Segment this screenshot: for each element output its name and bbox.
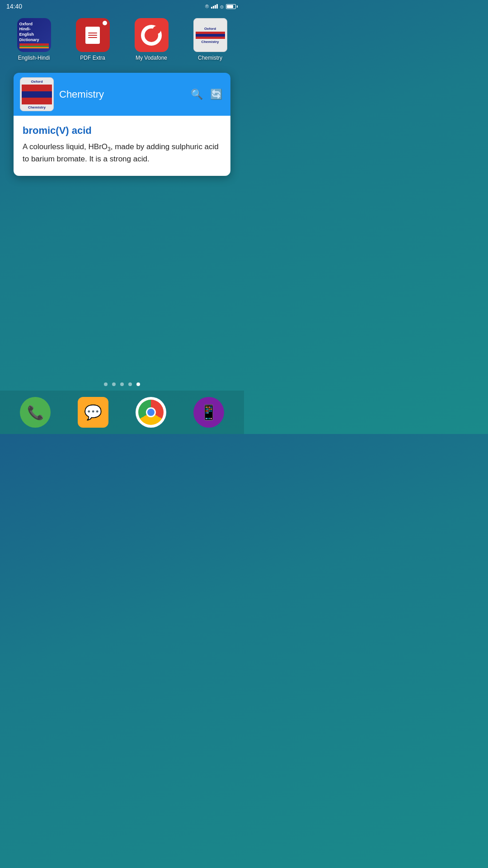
app-icon-pdf-extra[interactable]: [76, 18, 110, 52]
dock: 📞 💬 📱: [0, 391, 244, 434]
dock-viber[interactable]: 📱: [193, 397, 224, 428]
chem-stripe-r2: [196, 37, 225, 39]
page-dots: [0, 382, 244, 386]
page-dot-2: [112, 382, 116, 386]
pdf-doc: [85, 27, 100, 44]
chrome-center: [146, 407, 156, 417]
battery-tip: [237, 5, 238, 8]
pdf-line1: [88, 33, 97, 33]
app-label-pdf-extra: PDF Extra: [80, 55, 105, 61]
signal-bars: [211, 4, 218, 9]
chemistry-label: Chemistry: [201, 40, 219, 44]
pdf-line2: [88, 35, 97, 36]
chat-icon: 💬: [84, 404, 102, 421]
viber-icon: 📱: [200, 404, 218, 421]
page-dot-1: [104, 382, 108, 386]
widget-logo-oxford: Oxford: [31, 80, 42, 84]
battery-body: [226, 4, 236, 9]
entry-title[interactable]: bromic(V) acid: [23, 125, 221, 137]
app-icon-chemistry[interactable]: Oxford Chemistry: [193, 18, 227, 52]
widget-logo-stripe-r1: [22, 85, 52, 91]
chemistry-oxford: Oxford: [204, 27, 216, 31]
dock-chrome[interactable]: [136, 397, 166, 428]
widget-logo-stripes: [22, 85, 52, 104]
widget-logo-chemistry: Chemistry: [28, 105, 46, 109]
chemistry-stripes: [196, 32, 225, 39]
widget-logo: Oxford Chemistry: [20, 77, 54, 111]
status-bar: 14:40 ® ⌾: [0, 0, 244, 13]
dock-chat[interactable]: 💬: [78, 397, 108, 428]
widget-logo-stripe-r2: [22, 98, 52, 104]
search-button[interactable]: 🔍: [189, 87, 205, 102]
app-label-english-hindi: English-Hindi: [18, 55, 50, 61]
widget-header: Oxford Chemistry Chemistry 🔍 🔄: [14, 73, 230, 116]
app-item-chemistry[interactable]: Oxford Chemistry Chemistry: [185, 18, 235, 61]
registered-icon: ®: [205, 4, 209, 9]
entry-desc-part1: A colourless liquid, HBrO: [23, 142, 108, 151]
wifi-icon: ⌾: [220, 3, 224, 10]
signal-bar-1: [211, 7, 212, 9]
pdf-dot: [103, 21, 107, 25]
widget-logo-stripe-navy: [22, 91, 52, 98]
entry-subscript: 3: [108, 146, 111, 152]
chrome-icon: [138, 400, 164, 425]
page-dot-5-active: [136, 382, 140, 386]
page-dot-3: [120, 382, 124, 386]
dock-phone[interactable]: 📞: [20, 397, 51, 428]
page-dot-4: [128, 382, 132, 386]
app-icon-my-vodafone[interactable]: [135, 18, 169, 52]
signal-bar-2: [213, 6, 214, 9]
app-grid: OxfordHindi-EnglishDictionary English-Hi…: [0, 13, 244, 66]
hindi-stripe-orange: [19, 47, 49, 48]
battery: [226, 4, 238, 9]
app-label-chemistry: Chemistry: [198, 55, 222, 61]
vodafone-notch: [153, 26, 161, 34]
app-item-my-vodafone[interactable]: My Vodafone: [127, 18, 176, 61]
vodafone-circle: [141, 25, 162, 46]
status-time: 14:40: [6, 3, 22, 10]
refresh-button[interactable]: 🔄: [208, 87, 224, 102]
app-label-my-vodafone: My Vodafone: [136, 55, 167, 61]
widget-body: bromic(V) acid A colourless liquid, HBrO…: [14, 116, 230, 176]
entry-text: A colourless liquid, HBrO3, made by addi…: [23, 141, 221, 165]
widget-actions: 🔍 🔄: [189, 87, 224, 102]
phone-icon: 📞: [27, 405, 44, 420]
status-icons: ® ⌾: [205, 3, 238, 10]
app-item-english-hindi[interactable]: OxfordHindi-EnglishDictionary English-Hi…: [9, 18, 59, 61]
pdf-line3: [88, 37, 97, 38]
signal-bar-4: [216, 4, 218, 9]
app-item-pdf-extra[interactable]: PDF Extra: [68, 18, 117, 61]
app-icon-english-hindi[interactable]: OxfordHindi-EnglishDictionary: [17, 18, 51, 52]
battery-fill: [227, 5, 233, 8]
chemistry-widget: Oxford Chemistry Chemistry 🔍 🔄 bromic(V)…: [14, 73, 230, 176]
signal-bar-3: [215, 5, 216, 9]
widget-title: Chemistry: [59, 89, 183, 100]
hindi-text: OxfordHindi-EnglishDictionary: [19, 22, 39, 43]
